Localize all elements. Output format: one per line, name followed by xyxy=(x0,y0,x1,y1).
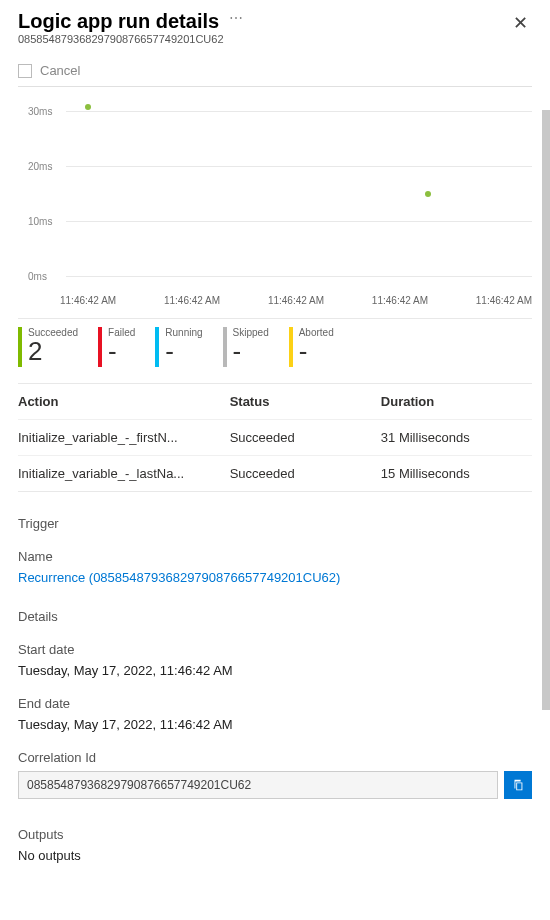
run-details-panel: Logic app run details ⋯ 0858548793682979… xyxy=(0,0,550,920)
tile-value: - xyxy=(165,338,202,364)
details-heading: Details xyxy=(18,609,532,624)
table-header: Action Status Duration xyxy=(18,384,532,420)
run-id: 08585487936829790876657749201CU62 xyxy=(18,33,509,45)
x-tick: 11:46:42 AM xyxy=(164,295,220,306)
divider xyxy=(18,86,532,87)
actions-table: Action Status Duration Initialize_variab… xyxy=(18,383,532,492)
x-tick: 11:46:42 AM xyxy=(476,295,532,306)
outputs-heading: Outputs xyxy=(18,827,532,842)
x-tick: 11:46:42 AM xyxy=(268,295,324,306)
col-action[interactable]: Action xyxy=(18,394,230,409)
tile-succeeded: Succeeded 2 xyxy=(18,327,78,367)
copy-button[interactable] xyxy=(504,771,532,799)
cancel-button[interactable]: Cancel xyxy=(40,63,80,78)
tile-skipped: Skipped - xyxy=(223,327,269,367)
tile-bar xyxy=(223,327,227,367)
tile-running: Running - xyxy=(155,327,202,367)
more-icon[interactable]: ⋯ xyxy=(229,10,243,26)
cell-status: Succeeded xyxy=(230,430,381,445)
tile-value: - xyxy=(233,338,269,364)
outputs-value: No outputs xyxy=(18,848,532,863)
col-status[interactable]: Status xyxy=(230,394,381,409)
status-summary: Succeeded 2 Failed - Running - Skipped - xyxy=(18,318,532,367)
cell-action: Initialize_variable_-_lastNa... xyxy=(18,466,230,481)
y-tick: 20ms xyxy=(28,161,52,172)
tile-bar xyxy=(289,327,293,367)
start-date-label: Start date xyxy=(18,642,532,657)
y-tick: 10ms xyxy=(28,216,52,227)
scrollbar[interactable] xyxy=(542,110,550,710)
y-tick: 0ms xyxy=(28,271,47,282)
x-tick: 11:46:42 AM xyxy=(372,295,428,306)
y-tick: 30ms xyxy=(28,106,52,117)
chart-point xyxy=(85,104,91,110)
x-tick: 11:46:42 AM xyxy=(60,295,116,306)
tile-aborted: Aborted - xyxy=(289,327,334,367)
duration-chart: 30ms 20ms 10ms 0ms 11:46:42 AM 11:46:42 … xyxy=(18,101,532,306)
trigger-heading: Trigger xyxy=(18,516,532,531)
copy-icon xyxy=(511,778,525,792)
tile-value: - xyxy=(108,338,135,364)
table-row[interactable]: Initialize_variable_-_lastNa... Succeede… xyxy=(18,456,532,491)
toolbar: Cancel xyxy=(18,63,532,78)
tile-failed: Failed - xyxy=(98,327,135,367)
close-icon[interactable]: ✕ xyxy=(509,10,532,36)
cell-duration: 31 Milliseconds xyxy=(381,430,532,445)
start-date-value: Tuesday, May 17, 2022, 11:46:42 AM xyxy=(18,663,532,678)
table-row[interactable]: Initialize_variable_-_firstN... Succeede… xyxy=(18,420,532,456)
x-axis: 11:46:42 AM 11:46:42 AM 11:46:42 AM 11:4… xyxy=(60,295,532,306)
tile-bar xyxy=(155,327,159,367)
correlation-id-field[interactable] xyxy=(18,771,498,799)
chart-point xyxy=(425,191,431,197)
page-title: Logic app run details xyxy=(18,10,219,32)
cell-duration: 15 Milliseconds xyxy=(381,466,532,481)
cancel-checkbox-icon[interactable] xyxy=(18,64,32,78)
tile-value: - xyxy=(299,338,334,364)
tile-bar xyxy=(18,327,22,367)
tile-value: 2 xyxy=(28,338,78,364)
end-date-value: Tuesday, May 17, 2022, 11:46:42 AM xyxy=(18,717,532,732)
cell-action: Initialize_variable_-_firstN... xyxy=(18,430,230,445)
trigger-name-link[interactable]: Recurrence (0858548793682979087665774920… xyxy=(18,570,532,585)
correlation-id-label: Correlation Id xyxy=(18,750,532,765)
trigger-name-label: Name xyxy=(18,549,532,564)
panel-header: Logic app run details ⋯ 0858548793682979… xyxy=(18,10,532,45)
tile-bar xyxy=(98,327,102,367)
cell-status: Succeeded xyxy=(230,466,381,481)
end-date-label: End date xyxy=(18,696,532,711)
col-duration[interactable]: Duration xyxy=(381,394,532,409)
